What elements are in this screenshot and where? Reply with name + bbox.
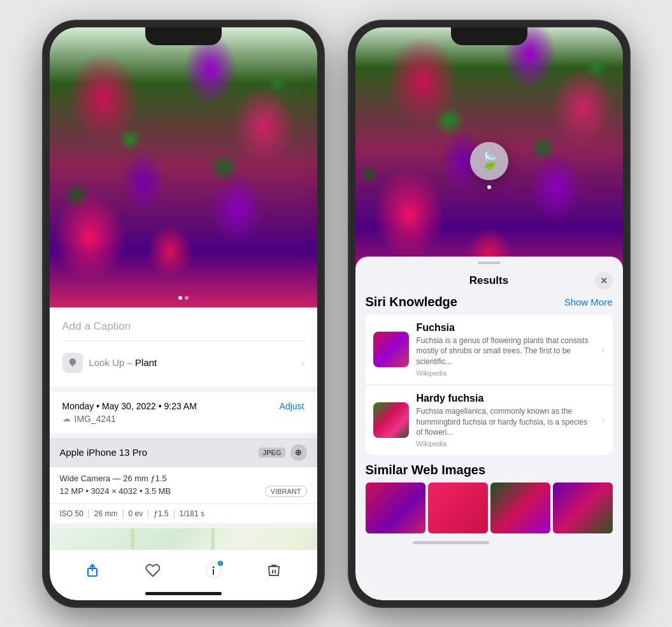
similar-images [366, 483, 613, 533]
camera-params: ISO 50 26 mm 0 ev ƒ1.5 1/181 s [50, 504, 317, 523]
meta-date: Monday • May 30, 2022 • 9:23 AM [62, 401, 197, 411]
share-button[interactable] [80, 558, 105, 583]
lookup-text: Look Up – Plant [89, 357, 157, 368]
phones-container: Add a Caption Look Up – Plant › [43, 21, 629, 607]
hardy-desc: Fuchsia magellanica, commonly known as t… [417, 406, 594, 438]
photo-area[interactable] [50, 27, 317, 307]
knowledge-card: Fuchsia Fuchsia is a genus of flowering … [366, 314, 613, 456]
hardy-name: Hardy fuchsia [417, 393, 594, 404]
meta-filename: ☁ IMG_4241 [62, 414, 304, 424]
camera-name: Apple iPhone 13 Pro [60, 447, 148, 458]
dot-2 [185, 296, 189, 300]
left-phone: Add a Caption Look Up – Plant › [43, 21, 324, 607]
results-header: Results ✕ [355, 264, 623, 295]
right-notch [451, 27, 527, 45]
favorite-button[interactable] [140, 558, 166, 583]
right-phone-screen: 🍃 Results ✕ Siri Knowledge Show More [355, 27, 623, 600]
filename-text: IMG_4241 [75, 414, 116, 424]
photo-indicator [178, 296, 189, 300]
similar-section: Similar Web Images [366, 463, 613, 533]
camera-details: Wide Camera — 26 mm ƒ1.5 12 MP • 3024 × … [50, 467, 317, 504]
camera-wide: Wide Camera — 26 mm ƒ1.5 [60, 474, 307, 483]
lookup-row[interactable]: Look Up – Plant › [62, 349, 304, 377]
similar-img-4[interactable] [553, 483, 613, 533]
map-overlay [50, 528, 317, 549]
siri-indicator-dot [487, 185, 491, 189]
camera-mp: 12 MP • 3024 × 4032 • 3.5 MB VIBRANT [60, 486, 307, 497]
flower-image [50, 27, 317, 307]
fuchsia-content: Fuchsia Fuchsia is a genus of flowering … [417, 322, 594, 377]
iso-param: ISO 50 [60, 509, 89, 518]
notch [145, 27, 222, 45]
location-icon: ⊕ [290, 444, 307, 461]
hardy-source: Wikipedia [417, 440, 594, 447]
meta-date-row: Monday • May 30, 2022 • 9:23 AM Adjust [62, 401, 304, 411]
results-panel: Results ✕ Siri Knowledge Show More Fuchs… [355, 257, 623, 600]
similar-title: Similar Web Images [366, 463, 613, 477]
svg-point-2 [213, 566, 215, 568]
camera-header: Apple iPhone 13 Pro JPEG ⊕ [50, 438, 317, 467]
knowledge-item-fuchsia[interactable]: Fuchsia Fuchsia is a genus of flowering … [366, 314, 613, 384]
aperture-param: ƒ1.5 [148, 509, 174, 518]
shutter-param: 1/181 s [175, 509, 210, 518]
fuchsia-thumbnail [373, 332, 409, 367]
format-badge: JPEG [259, 447, 285, 458]
hardy-content: Hardy fuchsia Fuchsia magellanica, commo… [417, 393, 594, 447]
lookup-label: Look Up – [89, 357, 132, 368]
siri-visual-lookup-button[interactable]: 🍃 [470, 142, 508, 180]
dot-1 [178, 296, 182, 300]
results-close-button[interactable]: ✕ [595, 272, 613, 290]
vibrant-badge: VIBRANT [265, 486, 307, 497]
knowledge-item-hardy[interactable]: Hardy fuchsia Fuchsia magellanica, commo… [366, 384, 613, 455]
mp-text: 12 MP • 3024 × 4032 • 3.5 MB [60, 486, 171, 496]
right-home-indicator [413, 541, 489, 544]
info-button[interactable]: i [201, 558, 226, 583]
siri-leaf-icon: 🍃 [479, 151, 499, 171]
cloud-icon: ☁ [62, 414, 71, 423]
focal-param: 26 mm [89, 509, 124, 518]
right-photo-area[interactable]: 🍃 [355, 27, 623, 295]
meta-section: Monday • May 30, 2022 • 9:23 AM Adjust ☁… [50, 392, 317, 433]
results-title: Results [383, 274, 595, 287]
caption-field[interactable]: Add a Caption [62, 318, 304, 341]
fuchsia-desc: Fuchsia is a genus of flowering plants t… [417, 335, 594, 367]
fuchsia-name: Fuchsia [417, 322, 594, 334]
left-phone-screen: Add a Caption Look Up – Plant › [50, 27, 317, 600]
lookup-chevron: › [301, 358, 304, 368]
hardy-thumbnail [373, 402, 409, 438]
camera-section: Apple iPhone 13 Pro JPEG ⊕ Wide Camera —… [50, 438, 317, 523]
similar-img-1[interactable] [366, 483, 425, 533]
ev-param: 0 ev [124, 509, 149, 518]
fuchsia-chevron: › [602, 344, 605, 355]
lookup-value: Plant [135, 357, 157, 368]
hardy-chevron: › [602, 415, 605, 425]
map-section[interactable] [50, 528, 317, 549]
siri-visual-icon [62, 353, 83, 373]
camera-badges: JPEG ⊕ [259, 444, 306, 461]
knowledge-section-header: Siri Knowledge Show More [366, 295, 613, 309]
home-indicator [145, 592, 222, 595]
siri-knowledge-section: Siri Knowledge Show More Fuchsia Fuchsia… [366, 295, 613, 456]
right-phone: 🍃 Results ✕ Siri Knowledge Show More [349, 21, 629, 607]
delete-button[interactable] [261, 558, 287, 583]
similar-img-2[interactable] [428, 483, 488, 533]
info-section: Add a Caption Look Up – Plant › [50, 307, 317, 387]
fuchsia-source: Wikipedia [417, 369, 594, 377]
similar-img-3[interactable] [490, 483, 550, 533]
adjust-button[interactable]: Adjust [280, 401, 304, 411]
show-more-button[interactable]: Show More [564, 297, 613, 307]
knowledge-title: Siri Knowledge [366, 295, 457, 309]
